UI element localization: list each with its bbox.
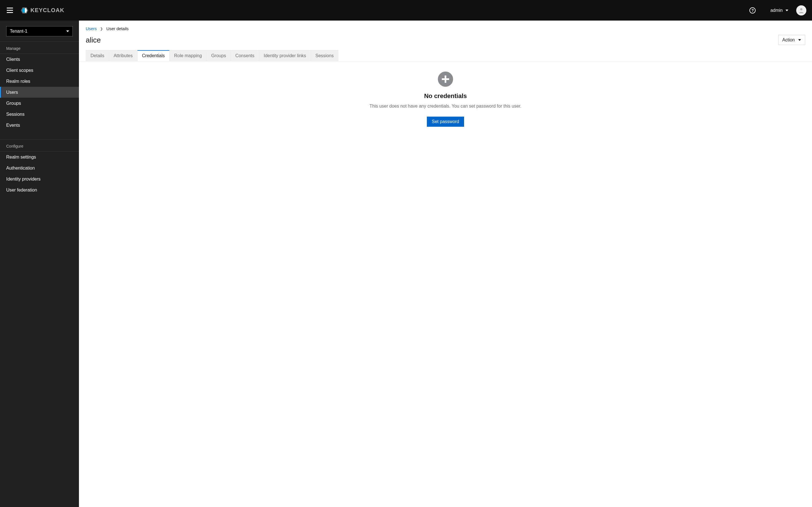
user-icon (798, 7, 805, 14)
sidebar: Tenant-1 Manage Clients Client scopes Re… (0, 20, 79, 507)
logo-icon (20, 6, 29, 15)
sidebar-item-client-scopes[interactable]: Client scopes (0, 65, 79, 76)
tab-role-mapping[interactable]: Role mapping (169, 50, 207, 61)
sidebar-item-realm-roles[interactable]: Realm roles (0, 76, 79, 87)
chevron-down-icon (66, 31, 69, 32)
tab-attributes[interactable]: Attributes (109, 50, 138, 61)
avatar[interactable] (796, 5, 806, 15)
chevron-right-icon: ❯ (100, 27, 103, 31)
sidebar-nav-manage: Clients Client scopes Realm roles Users … (0, 54, 79, 131)
user-menu[interactable]: admin (770, 8, 788, 13)
sidebar-item-users[interactable]: Users (0, 87, 79, 98)
sidebar-item-clients[interactable]: Clients (0, 54, 79, 65)
svg-point-3 (800, 8, 802, 10)
page-title: alice (86, 36, 101, 45)
sidebar-item-authentication[interactable]: Authentication (0, 163, 79, 173)
help-icon[interactable]: ? (749, 7, 756, 13)
sidebar-nav-configure: Realm settings Authentication Identity p… (0, 151, 79, 195)
empty-state-title: No credentials (424, 93, 467, 100)
top-header: KEYCLOAK ? admin (0, 0, 812, 20)
tab-credentials[interactable]: Credentials (137, 50, 170, 61)
chevron-down-icon (798, 39, 801, 41)
empty-state-description: This user does not have any credentials.… (370, 104, 522, 109)
chevron-down-icon (785, 10, 788, 11)
tab-groups[interactable]: Groups (206, 50, 231, 61)
sidebar-item-events[interactable]: Events (0, 120, 79, 131)
tab-sessions[interactable]: Sessions (311, 50, 339, 61)
main-content: Users ❯ User details alice Action Detail… (79, 20, 812, 507)
logo[interactable]: KEYCLOAK (20, 6, 64, 15)
realm-selector-label: Tenant-1 (10, 29, 28, 34)
hamburger-menu-icon[interactable] (7, 7, 13, 13)
logo-text: KEYCLOAK (31, 7, 64, 13)
tab-identity-provider-links[interactable]: Identity provider links (259, 50, 311, 61)
set-password-button[interactable]: Set password (427, 117, 464, 127)
breadcrumb-current: User details (106, 26, 129, 31)
sidebar-item-groups[interactable]: Groups (0, 98, 79, 109)
username-label: admin (770, 8, 783, 13)
tab-consents[interactable]: Consents (231, 50, 259, 61)
sidebar-item-sessions[interactable]: Sessions (0, 109, 79, 120)
sidebar-section-manage: Manage (0, 41, 79, 54)
realm-selector[interactable]: Tenant-1 (6, 26, 73, 36)
sidebar-item-identity-providers[interactable]: Identity providers (0, 173, 79, 184)
sidebar-item-user-federation[interactable]: User federation (0, 184, 79, 195)
sidebar-section-configure: Configure (0, 139, 79, 151)
tabs: Details Attributes Credentials Role mapp… (79, 50, 812, 61)
sidebar-item-realm-settings[interactable]: Realm settings (0, 152, 79, 163)
tab-details[interactable]: Details (86, 50, 109, 61)
breadcrumb: Users ❯ User details (79, 20, 812, 33)
breadcrumb-link-users[interactable]: Users (86, 26, 97, 31)
action-dropdown[interactable]: Action (778, 35, 805, 45)
plus-circle-icon (438, 71, 453, 87)
action-dropdown-label: Action (782, 38, 795, 43)
empty-state: No credentials This user does not have a… (79, 61, 812, 137)
